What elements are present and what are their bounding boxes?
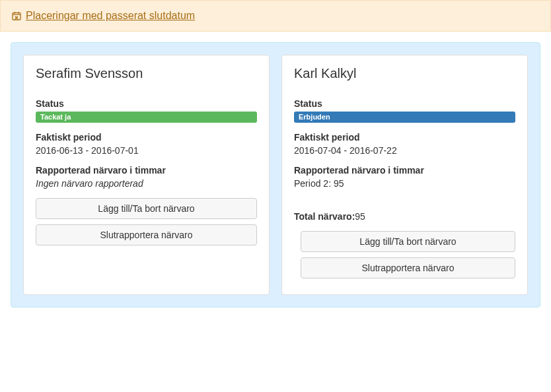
add-remove-attendance-button[interactable]: Lägg till/Ta bort närvaro — [301, 231, 515, 252]
attendance-value: Period 2: 95 — [294, 178, 515, 189]
status-badge: Erbjuden — [294, 112, 515, 123]
person-name: Karl Kalkyl — [294, 66, 515, 81]
calendar-x-icon — [11, 11, 22, 21]
attendance-label: Rapporterad närvaro i timmar — [294, 165, 515, 176]
period-label: Faktiskt period — [294, 132, 515, 143]
person-name: Serafim Svensson — [36, 66, 257, 81]
alert-banner: Placeringar med passerat slutdatum — [0, 0, 551, 32]
attendance-label: Rapporterad närvaro i timmar — [36, 165, 257, 176]
total-attendance-value: 95 — [355, 211, 365, 222]
final-report-attendance-button[interactable]: Slutrapportera närvaro — [36, 224, 257, 245]
period-label: Faktiskt period — [36, 132, 257, 143]
attendance-value: Ingen närvaro rapporterad — [36, 178, 257, 189]
content-panel: Serafim Svensson Status Tackat ja Faktis… — [11, 42, 540, 308]
alert-link[interactable]: Placeringar med passerat slutdatum — [26, 10, 195, 22]
period-value: 2016-06-13 - 2016-07-01 — [36, 145, 257, 156]
final-report-attendance-button[interactable]: Slutrapportera närvaro — [301, 257, 515, 278]
total-attendance-row: Total närvaro:95 — [294, 211, 515, 222]
status-label: Status — [294, 98, 515, 109]
add-remove-attendance-button[interactable]: Lägg till/Ta bort närvaro — [36, 198, 257, 219]
period-value: 2016-07-04 - 2016-07-22 — [294, 145, 515, 156]
status-label: Status — [36, 98, 257, 109]
svg-rect-0 — [13, 13, 20, 20]
person-card: Karl Kalkyl Status Erbjuden Faktiskt per… — [281, 55, 528, 295]
person-card: Serafim Svensson Status Tackat ja Faktis… — [23, 55, 270, 295]
status-badge: Tackat ja — [36, 112, 257, 123]
total-attendance-label: Total närvaro: — [294, 211, 355, 222]
